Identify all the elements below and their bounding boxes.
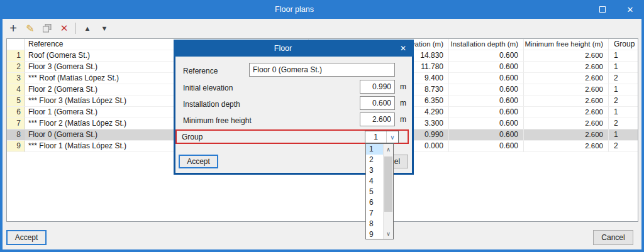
table-cell: 0.600 xyxy=(449,141,524,152)
installation-depth-unit: m xyxy=(400,96,406,110)
minimum-free-height-input[interactable]: 2.600 xyxy=(360,112,395,126)
table-cell: 1 xyxy=(609,50,638,62)
toolbar: + ✎ ✕ ▲ ▼ xyxy=(8,20,110,36)
group-option[interactable]: 3 xyxy=(366,165,383,176)
group-dropdown-options: 123456789 xyxy=(366,144,383,239)
table-cell: 6 xyxy=(7,107,25,118)
table-cell: 0.600 xyxy=(449,129,524,141)
floor-dialog-titlebar: Floor ✕ xyxy=(174,40,414,57)
floor-dialog-title: Floor xyxy=(174,44,392,53)
table-cell: 1 xyxy=(7,50,25,62)
table-cell: 2.600 xyxy=(524,129,609,141)
triangle-down-icon: ▼ xyxy=(101,25,108,32)
table-cell: 1 xyxy=(609,62,638,73)
group-dropdown-list: 123456789 ∧ ∨ xyxy=(365,143,394,239)
close-icon: ✕ xyxy=(400,44,406,53)
table-cell: 2.600 xyxy=(524,107,609,118)
scrollbar-thumb[interactable] xyxy=(384,156,392,212)
table-cell: 2.600 xyxy=(524,84,609,96)
move-down-button[interactable]: ▼ xyxy=(99,22,110,35)
window-titlebar: Floor plans ✕ xyxy=(0,0,644,19)
group-option[interactable]: 9 xyxy=(366,229,383,240)
group-option[interactable]: 2 xyxy=(366,155,383,165)
dialog-accept-button[interactable]: Accept xyxy=(179,155,218,168)
table-cell: 2 xyxy=(609,96,638,107)
maximize-icon xyxy=(599,6,606,13)
window-controls: ✕ xyxy=(589,0,644,19)
installation-depth-label: Installation depth xyxy=(183,100,240,109)
window-border-right xyxy=(641,19,644,252)
table-cell: 4 xyxy=(7,84,25,96)
table-cell: 0.600 xyxy=(449,62,524,73)
copy-button[interactable] xyxy=(42,22,53,35)
table-cell: 2 xyxy=(609,141,638,152)
plus-icon: + xyxy=(9,21,17,36)
close-icon: ✕ xyxy=(627,6,634,14)
table-cell: 0.600 xyxy=(449,73,524,84)
header-installation-depth: Installation depth (m) xyxy=(449,39,524,50)
header-minimum-free-height: Minimum free height (m) xyxy=(524,39,609,50)
minimum-free-height-unit: m xyxy=(400,112,406,126)
pencil-icon: ✎ xyxy=(26,23,34,35)
table-cell: 1 xyxy=(609,107,638,118)
window-border-left xyxy=(0,19,3,252)
header-row-number xyxy=(7,39,25,50)
table-cell: 2 xyxy=(7,62,25,73)
group-option[interactable]: 7 xyxy=(366,208,383,219)
table-cell: 0.600 xyxy=(449,50,524,62)
table-cell: 0.600 xyxy=(449,96,524,107)
edit-button[interactable]: ✎ xyxy=(25,22,36,35)
initial-elevation-label: Initial elevation xyxy=(183,84,233,93)
table-cell: 0.600 xyxy=(449,107,524,118)
triangle-up-icon: ▲ xyxy=(84,25,91,32)
accept-button[interactable]: Accept xyxy=(6,230,47,245)
table-cell: 0.600 xyxy=(449,118,524,129)
floor-dialog-close-button[interactable]: ✕ xyxy=(392,40,414,57)
group-label: Group xyxy=(177,133,203,141)
group-combobox-value: 1 xyxy=(365,131,386,143)
copy-icon xyxy=(42,23,52,33)
close-button[interactable]: ✕ xyxy=(616,0,644,19)
table-cell: 2.600 xyxy=(524,62,609,73)
table-cell: 7 xyxy=(7,118,25,129)
delete-button[interactable]: ✕ xyxy=(58,22,70,35)
scroll-up-icon[interactable]: ∧ xyxy=(384,145,393,154)
table-cell: 0.600 xyxy=(449,84,524,96)
group-option[interactable]: 1 xyxy=(366,144,383,155)
group-combobox[interactable]: 1 ∨ xyxy=(365,131,399,143)
group-option[interactable]: 5 xyxy=(366,187,383,197)
table-cell: 2 xyxy=(609,118,638,129)
table-cell: 2.600 xyxy=(524,73,609,84)
scroll-down-icon[interactable]: ∨ xyxy=(384,229,393,238)
move-up-button[interactable]: ▲ xyxy=(82,22,93,35)
table-cell: 5 xyxy=(7,96,25,107)
table-cell: 8 xyxy=(7,129,25,141)
group-option[interactable]: 8 xyxy=(366,219,383,229)
group-option[interactable]: 4 xyxy=(366,176,383,187)
table-cell: 1 xyxy=(609,129,638,141)
table-cell: 2.600 xyxy=(524,118,609,129)
group-option[interactable]: 6 xyxy=(366,197,383,208)
initial-elevation-input[interactable]: 0.990 xyxy=(360,80,395,94)
window-title: Floor plans xyxy=(0,5,589,14)
window-border-bottom xyxy=(0,249,644,252)
table-cell: 2.600 xyxy=(524,96,609,107)
table-cell: 2.600 xyxy=(524,141,609,152)
cancel-button[interactable]: Cancel xyxy=(593,230,633,245)
add-button[interactable]: + xyxy=(8,22,19,35)
table-cell: 3 xyxy=(7,73,25,84)
installation-depth-input[interactable]: 0.600 xyxy=(360,96,395,110)
maximize-button[interactable] xyxy=(589,0,616,19)
reference-input[interactable]: Floor 0 (Gomera St.) xyxy=(249,63,395,77)
toolbar-separator xyxy=(75,23,76,34)
header-group: Group xyxy=(609,39,638,50)
table-cell: 9 xyxy=(7,141,25,152)
table-cell: 1 xyxy=(609,84,638,96)
table-cell: 2.600 xyxy=(524,50,609,62)
table-cell: 2 xyxy=(609,73,638,84)
chevron-down-icon[interactable]: ∨ xyxy=(386,131,398,143)
floor-plans-window: Floor plans ✕ + ✎ ✕ ▲ ▼ Reference Initia… xyxy=(0,0,644,252)
dropdown-scrollbar[interactable]: ∧ ∨ xyxy=(383,144,393,239)
initial-elevation-unit: m xyxy=(400,80,406,94)
minimum-free-height-label: Minimum free height xyxy=(183,116,252,126)
